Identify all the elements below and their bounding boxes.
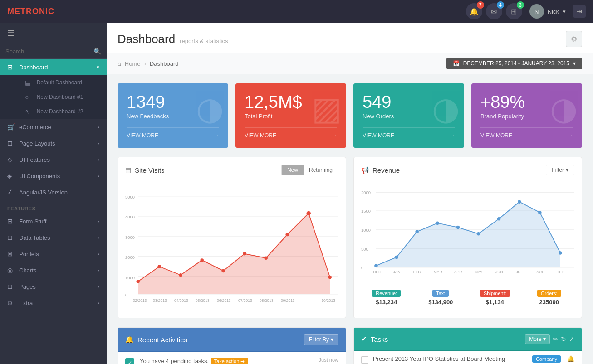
sidebar-item-angularjs[interactable]: ∠ AngularJS Version	[0, 184, 107, 200]
svg-text:MAY: MAY	[475, 270, 483, 274]
svg-text:2000: 2000	[361, 190, 371, 195]
layout: ☰ 🔍 ⊞ Dashboard ▾ ▤ Default Dashboard ○ …	[0, 23, 593, 364]
stat-card-footer[interactable]: VIEW MORE →	[245, 127, 337, 139]
dashboard-sub-menu: ▤ Default Dashboard ○ New Dashboard #1 ∿…	[0, 75, 107, 119]
stat-cards-grid: ◑ 1349 New Feedbacks VIEW MORE → ▨ 12,5M…	[118, 83, 582, 148]
svg-text:AUG: AUG	[536, 270, 544, 274]
btn-returning[interactable]: Returning	[304, 165, 338, 175]
legend-revenue: Revenue: $13,234	[361, 289, 412, 306]
bar-chart-icon: ▤	[25, 79, 32, 86]
revenue-badge: Revenue:	[372, 290, 401, 297]
sidebar-item-label: UI Features	[19, 156, 50, 163]
charts-icon: ◎	[7, 267, 15, 274]
svg-text:07/2013: 07/2013	[238, 298, 252, 303]
sidebar-item-ui-features[interactable]: ◇ UI Features ›	[0, 151, 107, 168]
svg-point-50	[518, 200, 521, 204]
activity-check-icon: ✓	[125, 358, 134, 364]
svg-text:0: 0	[125, 292, 127, 297]
bell-icon: 🔔	[125, 335, 134, 344]
stat-card-footer[interactable]: VIEW MORE →	[127, 127, 219, 139]
svg-text:3000: 3000	[125, 235, 135, 240]
refresh-icon[interactable]: ↻	[561, 335, 566, 343]
sidebar-item-form-stuff[interactable]: ⊞ Form Stuff ›	[0, 213, 107, 229]
tasks-title: ✔ Tasks	[361, 335, 388, 343]
svg-text:JAN: JAN	[393, 270, 401, 274]
settings-button[interactable]: ⚙	[566, 31, 582, 47]
stat-card-orders[interactable]: ◑ 549 New Orders VIEW MORE →	[353, 83, 464, 148]
svg-text:1000: 1000	[361, 228, 371, 233]
messages-badge: 4	[497, 1, 504, 9]
svg-text:FEB: FEB	[413, 270, 421, 274]
brand-logo[interactable]: METRONIC	[7, 7, 54, 16]
btn-new[interactable]: New	[282, 165, 304, 175]
svg-text:JUL: JUL	[516, 270, 523, 274]
sidebar-item-label: New Dashboard #2	[37, 108, 83, 115]
portlets-icon: ⊠	[7, 250, 15, 257]
arrow-right-icon: →	[332, 132, 337, 139]
revenue-title: 📢 Revenue	[361, 166, 400, 174]
pencil-icon[interactable]: ✏	[553, 335, 558, 343]
legend-orders: Orders: 235090	[524, 289, 575, 306]
sidebar-item-new-dashboard-1[interactable]: ○ New Dashboard #1	[0, 90, 107, 104]
user-chevron-icon: ▾	[563, 8, 566, 15]
activity-item: ✓ You have 4 pending tasks. Take action …	[118, 352, 346, 364]
angular-icon: ∠	[7, 189, 15, 196]
revenue-filter-btn[interactable]: Filter ▾	[546, 165, 574, 175]
svg-point-15	[179, 273, 182, 277]
date-range-picker[interactable]: 📅 DECEMBER 25, 2014 - JANUARY 23, 2015 ▾	[446, 58, 582, 69]
brand-name-part2: NIC	[39, 7, 54, 16]
sidebar-item-data-tables[interactable]: ⊟ Data Tables ›	[0, 229, 107, 246]
search-input[interactable]	[5, 48, 93, 55]
stat-card-feedbacks[interactable]: ◑ 1349 New Feedbacks VIEW MORE →	[118, 83, 228, 148]
circle-icon: ○	[25, 93, 32, 101]
filter-by-button[interactable]: Filter By ▾	[304, 334, 338, 345]
logout-btn[interactable]: ⇥	[573, 5, 586, 18]
task-checkbox[interactable]	[361, 356, 368, 364]
revenue-legend: Revenue: $13,234 Tax: $134,900 Shipment:…	[361, 289, 574, 306]
svg-point-46	[436, 221, 440, 225]
menu-toggle[interactable]: ☰	[0, 23, 107, 44]
sidebar-item-ecommerce[interactable]: 🛒 eCommerce ›	[0, 119, 107, 135]
take-action-button[interactable]: Take action ➜	[211, 358, 249, 364]
svg-point-45	[415, 230, 419, 233]
stat-card-footer[interactable]: VIEW MORE →	[363, 127, 455, 139]
sidebar-item-default-dashboard[interactable]: ▤ Default Dashboard	[0, 75, 107, 90]
view-more-label: VIEW MORE	[245, 132, 276, 139]
task-bell-icon[interactable]: 🔔	[567, 355, 574, 362]
tax-value: $134,900	[416, 299, 466, 306]
task-item: Present 2013 Year IPO Statistics at Boar…	[354, 351, 582, 364]
expand-icon[interactable]: ⤢	[569, 335, 574, 343]
pages-icon: ⊡	[7, 283, 15, 290]
stat-card-profit[interactable]: ▨ 12,5M$ Total Profit VIEW MORE →	[235, 83, 346, 148]
sidebar-item-charts[interactable]: ◎ Charts ›	[0, 262, 107, 278]
sidebar-item-extra[interactable]: ⊕ Extra ›	[0, 295, 107, 311]
sidebar-item-pages[interactable]: ⊡ Pages ›	[0, 278, 107, 295]
sidebar-item-label: eCommerce	[19, 124, 51, 131]
sidebar-item-new-dashboard-2[interactable]: ∿ New Dashboard #2	[0, 104, 107, 119]
username: Nick	[548, 8, 559, 15]
sidebar-item-portlets[interactable]: ⊠ Portlets ›	[0, 246, 107, 262]
chevron-down-icon: ▾	[573, 60, 576, 67]
tasks-btn[interactable]: ⊞ 3	[506, 3, 522, 19]
sidebar-item-dashboard[interactable]: ⊞ Dashboard ▾	[0, 59, 107, 75]
profit-bg-icon: ▨	[312, 90, 342, 127]
user-menu[interactable]: N Nick ▾	[529, 4, 566, 19]
notifications-btn[interactable]: 🔔 7	[466, 3, 482, 19]
svg-point-13	[136, 280, 140, 283]
recent-activities-panel: 🔔 Recent Activities Filter By ▾ ✓ You ha…	[118, 327, 346, 364]
breadcrumb-home[interactable]: Home	[125, 60, 141, 67]
form-icon: ⊞	[7, 218, 15, 225]
avatar: N	[529, 4, 544, 19]
stat-card-footer[interactable]: VIEW MORE →	[480, 127, 573, 139]
svg-text:08/2013: 08/2013	[260, 298, 274, 303]
sidebar-item-label: AngularJS Version	[19, 189, 68, 196]
svg-text:2000: 2000	[125, 255, 135, 260]
more-button[interactable]: More ▾	[525, 334, 550, 344]
stat-card-popularity[interactable]: ◑ +89% Brand Popularity VIEW MORE →	[471, 83, 582, 148]
site-visits-chart: 5000 4000 3000 2000 1000 0	[125, 182, 338, 311]
messages-btn[interactable]: ✉ 4	[486, 3, 502, 19]
feedback-bg-icon: ◑	[196, 90, 224, 127]
sidebar-item-page-layouts[interactable]: ⊡ Page Layouts ›	[0, 135, 107, 151]
sidebar-item-ui-components[interactable]: ◈ UI Components ›	[0, 168, 107, 184]
sidebar-item-label: Form Stuff	[19, 218, 46, 225]
